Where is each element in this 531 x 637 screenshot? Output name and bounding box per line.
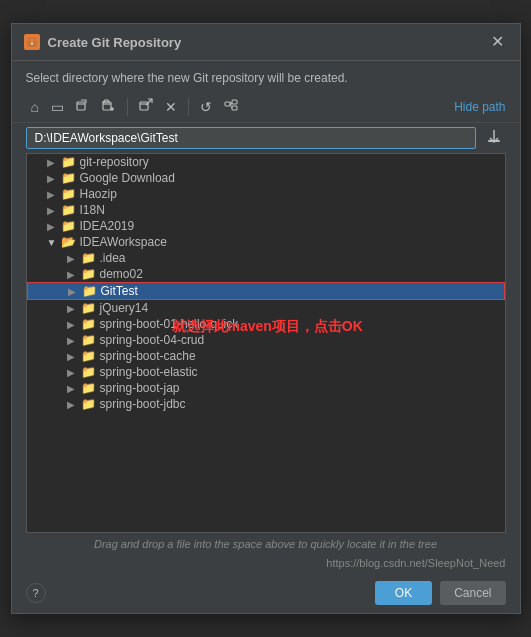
tree-item[interactable]: ▶ 📁 Haozip [27,186,505,202]
svg-point-2 [31,43,33,45]
dialog-subtitle: Select directory where the new Git repos… [12,61,520,91]
svg-rect-7 [232,100,237,104]
tree-item-gittest[interactable]: ▶ 📁 GitTest [27,282,505,300]
tree-item[interactable]: ▶ 📁 spring-boot-01-hello-quick [27,316,505,332]
folder-icon: 📁 [81,267,96,281]
folder-icon: 📁 [61,203,76,217]
ok-button[interactable]: OK [375,581,432,605]
chevron-icon: ▶ [47,205,59,216]
tree-item-label: Haozip [80,187,117,201]
move-button[interactable] [134,95,158,118]
folder-icon: 📁 [81,301,96,315]
folder-icon: 📁 [81,365,96,379]
tree-item-label: .idea [100,251,126,265]
tree-item-label: spring-boot-04-crud [100,333,205,347]
tree-item-label: spring-boot-cache [100,349,196,363]
dialog-title: Create Git Repository [48,35,182,50]
folder-open-icon: 📂 [61,235,76,249]
tree-item-label: spring-boot-jdbc [100,397,186,411]
close-button[interactable]: ✕ [487,32,508,52]
file-tree[interactable]: ▶ 📁 git-repository ▶ 📁 Google Download ▶… [26,153,506,533]
folder-up-button[interactable] [71,95,95,118]
tree-item-label: demo02 [100,267,143,281]
svg-rect-8 [232,106,237,110]
title-bar-left: Create Git Repository [24,34,182,50]
title-bar: Create Git Repository ✕ [12,24,520,61]
desktop-button[interactable]: ▭ [46,96,69,118]
hide-path-button[interactable]: Hide path [454,100,505,114]
folder-icon: 📁 [81,251,96,265]
folder-icon: 📁 [61,155,76,169]
watermark: https://blog.csdn.net/SleepNot_Need [12,555,520,573]
tree-item-label: GitTest [101,284,138,298]
svg-rect-4 [103,102,111,110]
chevron-icon: ▶ [47,221,59,232]
tree-item-label: spring-boot-01-hello-quick [100,317,239,331]
folder-icon: 📁 [81,397,96,411]
folder-icon: 📁 [81,333,96,347]
tree-item[interactable]: ▶ 📁 jQuery14 [27,300,505,316]
folder-icon: 📁 [81,349,96,363]
folder-icon: 📁 [81,317,96,331]
tree-item-label: spring-boot-elastic [100,365,198,379]
chevron-icon: ▶ [67,335,79,346]
svg-rect-9 [488,140,500,142]
tree-item[interactable]: ▶ 📁 spring-boot-jdbc [27,396,505,412]
svg-rect-6 [225,102,230,106]
new-folder-button[interactable] [97,95,121,118]
chevron-icon: ▶ [67,367,79,378]
tree-item-label: Google Download [80,171,175,185]
folder-icon: 📁 [61,219,76,233]
tree-item[interactable]: ▶ 📁 demo02 [27,266,505,282]
tree-item[interactable]: ▶ 📁 spring-boot-jap [27,380,505,396]
folder-icon: 📁 [81,381,96,395]
chevron-expanded-icon: ▼ [47,237,59,248]
tree-item[interactable]: ▶ 📁 IDEA2019 [27,218,505,234]
chevron-icon: ▶ [67,399,79,410]
chevron-icon: ▶ [68,286,80,297]
tree-item-label: jQuery14 [100,301,149,315]
tree-item-label: IDEAWorkspace [80,235,167,249]
tree-item[interactable]: ▶ 📁 Google Download [27,170,505,186]
chevron-icon: ▶ [67,351,79,362]
svg-rect-3 [77,102,85,110]
chevron-icon: ▶ [47,157,59,168]
folder-icon: 📁 [61,187,76,201]
cancel-button[interactable]: Cancel [440,581,505,605]
home-button[interactable]: ⌂ [26,96,44,118]
tree-item[interactable]: ▶ 📁 git-repository [27,154,505,170]
path-row [12,123,520,153]
app-icon [24,34,40,50]
chevron-icon: ▶ [67,383,79,394]
tree-item-ideaworkspace[interactable]: ▼ 📂 IDEAWorkspace [27,234,505,250]
toolbar: ⌂ ▭ ✕ ↺ [12,91,520,123]
toolbar-sep-2 [188,98,189,116]
delete-button[interactable]: ✕ [160,96,182,118]
folder-icon: 📁 [82,284,97,298]
chevron-icon: ▶ [67,269,79,280]
toolbar-sep-1 [127,98,128,116]
tree-item-label: git-repository [80,155,149,169]
download-button[interactable] [482,127,506,149]
tree-item-label: IDEA2019 [80,219,135,233]
bottom-row: ? OK Cancel [12,573,520,613]
tree-item-label: I18N [80,203,105,217]
network-button[interactable] [219,95,243,118]
create-git-repository-dialog: Create Git Repository ✕ Select directory… [11,23,521,614]
tree-item[interactable]: ▶ 📁 spring-boot-elastic [27,364,505,380]
tree-item[interactable]: ▶ 📁 .idea [27,250,505,266]
refresh-button[interactable]: ↺ [195,96,217,118]
folder-icon: 📁 [61,171,76,185]
chevron-icon: ▶ [67,303,79,314]
chevron-icon: ▶ [47,189,59,200]
chevron-icon: ▶ [67,319,79,330]
help-button[interactable]: ? [26,583,46,603]
path-input[interactable] [26,127,476,149]
hint-text: Drag and drop a file into the space abov… [12,533,520,555]
chevron-icon: ▶ [47,173,59,184]
svg-rect-1 [29,38,35,43]
tree-item[interactable]: ▶ 📁 spring-boot-04-crud [27,332,505,348]
tree-item[interactable]: ▶ 📁 I18N [27,202,505,218]
svg-rect-5 [140,102,148,110]
tree-item[interactable]: ▶ 📁 spring-boot-cache [27,348,505,364]
